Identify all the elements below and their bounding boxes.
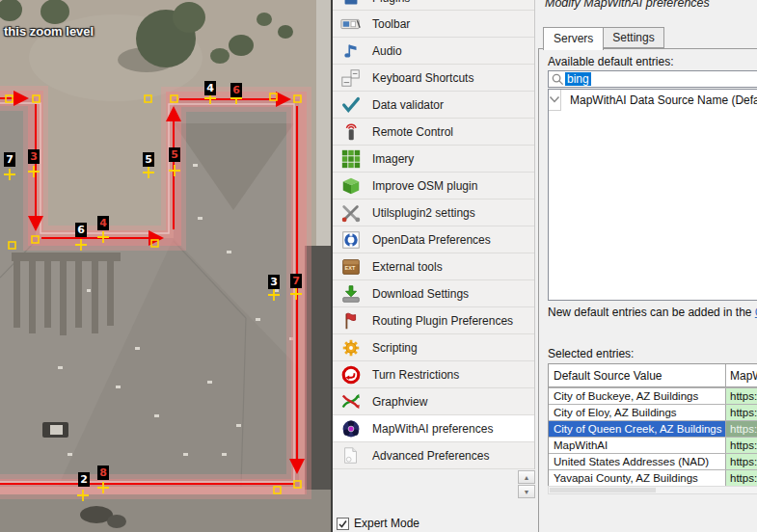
vertex-label: 7 [290,274,302,288]
sidebar-item-improve-osm[interactable]: Improve OSM plugin [333,173,534,200]
sidebar-item-mapwithai[interactable]: MapWithAI preferences [333,415,534,442]
sidebar-item-label: Imagery [372,152,414,166]
cell-url[interactable]: https:/ [726,454,757,469]
cell-source[interactable]: City of Eloy, AZ Buildings [549,405,726,420]
cell-url[interactable]: https:/ [726,438,757,453]
vertex-label: 5 [169,147,180,162]
remote-control-icon [339,120,363,144]
note-text: New default entries can be added in the … [548,306,757,319]
sidebar-item-turn-restrictions[interactable]: Turn Restrictions [333,361,534,388]
download-icon [339,282,363,306]
cell-source[interactable]: City of Buckeye, AZ Buildings [549,388,726,404]
tab-settings[interactable]: Settings [603,27,663,48]
sidebar-item-scripting[interactable]: Scripting [333,334,534,361]
cell-source[interactable]: MapWithAI [549,438,726,453]
cell-source[interactable]: United States Addresses (NAD) [549,454,726,469]
column-header-url[interactable]: MapW [726,364,757,386]
column-header-source[interactable]: Default Source Value [549,364,726,386]
expert-mode-label: Expert Mode [354,517,419,530]
vertex-label: 2 [78,472,90,487]
sidebar-item-external-tools[interactable]: EXT External tools [333,253,534,280]
cell-url[interactable]: https:/ [726,405,757,420]
cell-url[interactable]: https:/ [726,388,757,404]
josm-window: this zoom level 4 6 7 3 5 5 6 4 3 7 2 8 … [0,0,757,532]
audio-icon [339,40,363,63]
panel-title: Modify MapWithAI preferences [545,0,710,10]
selected-entries-table: Default Source Value MapW City of Buckey… [548,363,757,487]
sidebar-item-utilsplugin2[interactable]: Utilsplugin2 settings [333,200,534,226]
vertex-label: 6 [230,83,242,97]
vertex-label: 5 [143,152,154,167]
selected-entries-label: Selected entries: [548,347,634,360]
servers-tab-panel: Available default entries: bing MapWithA… [538,48,757,532]
arrow-down-icon: ▼ [524,489,530,495]
vertex-label: 7 [4,152,15,167]
table-row[interactable]: Yavapai County, AZ Buildings https:/ [549,469,757,486]
table-row[interactable]: City of Eloy, AZ Buildings https:/ [549,404,757,420]
sidebar-item-routing[interactable]: Routing Plugin Preferences [333,307,534,334]
sidebar-item-label: Utilsplugin2 settings [372,206,475,220]
sidebar-item-audio[interactable]: Audio [333,38,534,65]
cell-source[interactable]: Yavapai County, AZ Buildings [549,470,726,486]
chevron-down-icon[interactable] [549,90,561,111]
sidebar-item-download-settings[interactable]: Download Settings [333,280,534,307]
mapwithai-preferences-panel: Modify MapWithAI preferences Servers Set… [537,0,757,532]
table-row[interactable]: United States Addresses (NAD) https:/ [549,453,757,469]
crossed-tools-icon [339,201,363,225]
table-row[interactable]: MapWithAI https:/ [549,437,757,453]
sidebar-item-label: Toolbar [372,17,410,31]
expert-mode-toggle[interactable]: Expert Mode [337,517,419,530]
table-row-selected[interactable]: City of Queen Creek, AZ Buildings https:… [549,420,757,437]
scrollbar-thumb[interactable] [550,488,656,492]
imagery-grid-icon [339,147,363,171]
horizontal-scrollbar[interactable] [548,486,757,494]
scroll-down-button[interactable]: ▼ [518,485,535,498]
preferences-menu: Plugins Toolbar Audio Keyboard Shor [333,0,535,469]
no-turn-icon [339,363,363,386]
table-row[interactable]: City of Buckeye, AZ Buildings https:/ [549,387,757,404]
map-status-text: this zoom level [4,24,94,39]
sidebar-item-label: Turn Restrictions [372,368,459,382]
sidebar-item-label: Data validator [372,98,444,112]
cell-source[interactable]: City of Queen Creek, AZ Buildings [549,421,726,437]
green-cube-icon [339,174,363,198]
vertex-label: 6 [75,223,87,237]
search-input[interactable]: bing [548,70,757,88]
scroll-up-button[interactable]: ▲ [518,470,535,484]
sidebar-item-label: OpenData Preferences [372,233,491,247]
sidebar-item-data-validator[interactable]: Data validator [333,92,534,119]
sidebar-item-label: Improve OSM plugin [372,179,477,193]
opendata-ring-icon [339,228,363,252]
tree-header-row[interactable]: MapWithAI Data Source Name (Default) [549,90,757,111]
vertex-label: 3 [28,149,40,164]
map-canvas[interactable]: this zoom level 4 6 7 3 5 5 6 4 3 7 2 8 [0,0,331,532]
arrow-up-icon: ▲ [524,474,530,481]
sidebar-item-imagery[interactable]: Imagery [333,146,534,173]
available-entries-tree[interactable]: MapWithAI Data Source Name (Default) [548,89,757,301]
sidebar-item-toolbar[interactable]: Toolbar [333,11,534,38]
toolbar-icon [339,13,363,36]
checkbox-checked-icon[interactable] [337,518,349,530]
cell-url[interactable]: https:/ [726,421,757,437]
sidebar-item-graphview[interactable]: Graphview [333,388,534,415]
preferences-sidebar: Plugins Toolbar Audio Keyboard Shor [333,0,537,532]
cell-url[interactable]: https:/ [726,470,757,486]
ext-box-icon: EXT [339,255,363,279]
sidebar-item-keyboard-shortcuts[interactable]: Keyboard Shortcuts [333,65,534,92]
tab-servers[interactable]: Servers [543,27,604,50]
aerial-imagery [0,0,331,532]
tab-bar: Servers Settings [543,27,663,48]
sidebar-item-label: Download Settings [372,287,469,301]
sidebar-item-plugins[interactable]: Plugins [333,0,534,11]
sidebar-item-label: Plugins [372,0,410,5]
plugins-icon [339,0,363,10]
search-icon [551,72,565,87]
sidebar-item-label: Graphview [372,395,427,409]
graphview-icon [339,390,363,413]
sidebar-item-advanced[interactable]: Advanced Preferences [333,442,534,469]
sidebar-item-remote-control[interactable]: Remote Control [333,119,534,146]
table-header-row[interactable]: Default Source Value MapW [549,364,757,387]
sidebar-item-opendata[interactable]: OpenData Preferences [333,226,534,253]
gear-icon [339,336,363,359]
sidebar-item-label: MapWithAI preferences [372,422,493,436]
